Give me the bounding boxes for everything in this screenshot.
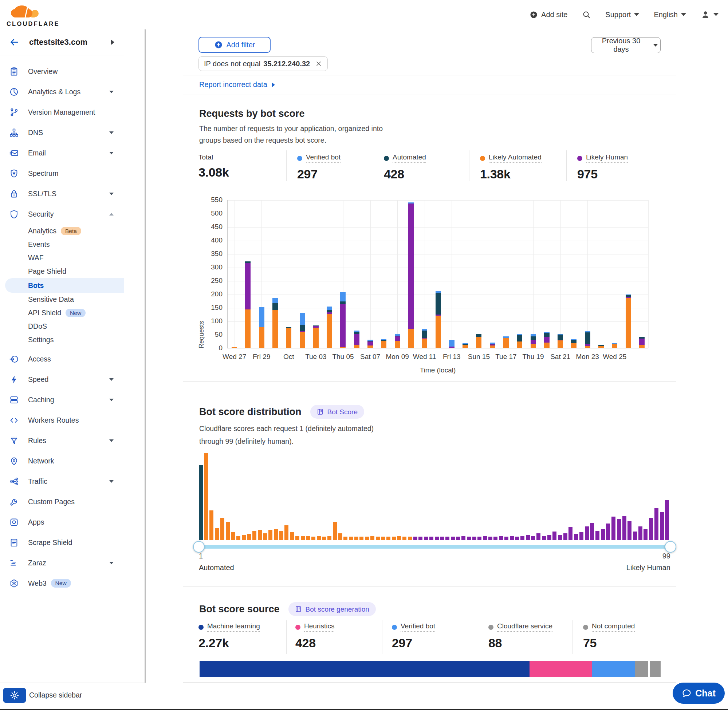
gridline-v <box>397 200 398 348</box>
logo-wordmark: CLOUDFLARE <box>7 21 50 27</box>
sidebar-item-access[interactable]: Access <box>0 349 124 369</box>
sidebar-item-version-management[interactable]: Version Management <box>0 102 124 122</box>
sidebar-item-rules[interactable]: Rules <box>0 430 124 451</box>
bar-mon-02-verified-bot <box>300 313 305 325</box>
slider-min-value: 1 <box>199 552 203 560</box>
chevron-down-icon[interactable] <box>109 193 114 195</box>
sidebar-item-email[interactable]: Email <box>0 143 124 163</box>
bar-thu-12-automated <box>436 293 441 314</box>
stat-label-text: Likely Human <box>586 153 628 163</box>
legend-dot-likely-automated <box>480 156 485 161</box>
chevron-down-icon[interactable] <box>109 480 114 483</box>
sidebar-item-network[interactable]: Network <box>0 451 124 471</box>
histogram-bar <box>547 535 551 540</box>
filter-chip[interactable]: IP does not equal 35.212.240.32 <box>198 56 328 71</box>
sidebar-item-workers-routes[interactable]: Workers Routes <box>0 410 124 430</box>
close-icon[interactable] <box>315 60 322 67</box>
x-axis-tick: Wed 25 <box>597 353 633 361</box>
chevron-down-icon[interactable] <box>109 440 114 442</box>
gridline-v <box>588 200 588 348</box>
histogram-bar <box>199 465 203 540</box>
sidebar-item-label: WAF <box>28 254 44 262</box>
chevron-right-icon[interactable] <box>111 39 114 45</box>
date-range-dropdown[interactable]: Previous 30 days <box>591 37 661 53</box>
sidebar-item-zaraz[interactable]: Zaraz <box>0 553 124 573</box>
bot-score-badge[interactable]: Bot Score <box>310 405 364 419</box>
site-selector[interactable]: cftestsite3.com <box>0 29 124 55</box>
language-menu[interactable]: English <box>654 10 686 19</box>
search-button[interactable] <box>582 10 591 19</box>
bot-score-generation-badge[interactable]: Bot score generation <box>288 602 376 616</box>
chat-button[interactable]: Chat <box>673 683 725 704</box>
histogram-bar <box>531 536 535 540</box>
sidebar-item-analytics[interactable]: AnalyticsBeta <box>0 224 124 238</box>
sidebar-item-page-shield[interactable]: Page Shield <box>0 265 124 278</box>
add-site-button[interactable]: Add site <box>530 10 567 19</box>
histogram-bar <box>247 534 251 540</box>
chevron-down-icon[interactable] <box>109 152 114 154</box>
stat-label: Verified bot <box>392 622 435 632</box>
sidebar-item-bots[interactable]: Bots <box>5 278 124 293</box>
histogram-bar <box>654 508 659 540</box>
bar-oct-01-likely-automated <box>286 328 291 348</box>
add-filter-button[interactable]: Add filter <box>198 37 270 53</box>
bar-fri-27-likely-human <box>639 339 645 345</box>
network-icon <box>9 456 19 466</box>
bar-mon-09-likely-human <box>395 336 400 341</box>
version-icon <box>9 108 19 117</box>
slider-handle-max[interactable] <box>665 541 676 553</box>
cloudflare-logo[interactable]: CLOUDFLARE <box>7 1 50 27</box>
sidebar-item-sensitive-data[interactable]: Sensitive Data <box>0 293 124 306</box>
bar-thu-12-likely-human <box>436 314 441 316</box>
support-menu[interactable]: Support <box>605 10 639 19</box>
histogram-bar <box>338 533 342 540</box>
settings-gear-button[interactable] <box>3 688 26 703</box>
sidebar-item-ddos[interactable]: DDoS <box>0 320 124 333</box>
sidebar-item-custom-pages[interactable]: Custom Pages <box>0 491 124 512</box>
chevron-down-icon[interactable] <box>109 378 114 381</box>
sidebar-item-caching[interactable]: Caching <box>0 389 124 410</box>
sidebar-item-ssl-tls[interactable]: SSL/TLS <box>0 183 124 204</box>
sidebar-item-security[interactable]: Security <box>0 204 124 224</box>
chevron-down-icon[interactable] <box>109 131 114 134</box>
bar-fri-20-likely-automated <box>544 342 549 348</box>
slider-handle-min[interactable] <box>193 541 205 553</box>
legend-dot-automated <box>384 156 389 161</box>
sidebar-item-overview[interactable]: Overview <box>0 61 124 81</box>
sidebar-item-api-shield[interactable]: API ShieldNew <box>0 306 124 320</box>
sidebar-item-apps[interactable]: Apps <box>0 512 124 532</box>
add-site-label: Add site <box>541 10 567 19</box>
scrollbar[interactable] <box>145 29 146 709</box>
histogram-bar <box>473 537 476 540</box>
score-range-slider-track[interactable] <box>199 545 670 549</box>
sidebar-item-events[interactable]: Events <box>0 238 124 251</box>
sidebar-item-web3[interactable]: Web3New <box>0 573 124 593</box>
report-incorrect-data-link[interactable]: Report incorrect data <box>199 80 275 89</box>
sidebar-item-label: Caching <box>28 396 54 404</box>
sidebar-item-analytics-logs[interactable]: Analytics & Logs <box>0 81 124 102</box>
histogram-bar <box>595 531 600 540</box>
chevron-down-icon[interactable] <box>109 562 114 564</box>
chevron-up-icon[interactable] <box>109 213 114 215</box>
sidebar-item-waf[interactable]: WAF <box>0 251 124 265</box>
histogram-bar <box>461 536 465 540</box>
sidebar-item-dns[interactable]: DNS <box>0 122 124 143</box>
gridline-v <box>289 200 289 348</box>
account-menu[interactable] <box>701 10 719 19</box>
user-icon <box>701 10 710 19</box>
bar-tue-03-automated <box>313 326 319 326</box>
chevron-down-icon[interactable] <box>109 91 114 93</box>
sidebar-item-speed[interactable]: Speed <box>0 369 124 389</box>
sidebar-item-traffic[interactable]: Traffic <box>0 471 124 491</box>
histogram-bar <box>418 537 422 540</box>
sidebar-item-spectrum[interactable]: Spectrum <box>0 163 124 183</box>
sidebar-item-scrape-shield[interactable]: Scrape Shield <box>0 532 124 553</box>
chevron-down-icon[interactable] <box>109 399 114 401</box>
sidebar-item-label: Network <box>28 457 54 465</box>
collapse-sidebar-button[interactable]: Collapse sidebar <box>29 691 82 699</box>
back-arrow-icon[interactable] <box>9 37 19 47</box>
histogram-bar <box>563 533 567 540</box>
histogram-bar <box>210 510 213 540</box>
bar-wed-25-automated <box>612 343 617 344</box>
sidebar-item-settings[interactable]: Settings <box>0 333 124 347</box>
